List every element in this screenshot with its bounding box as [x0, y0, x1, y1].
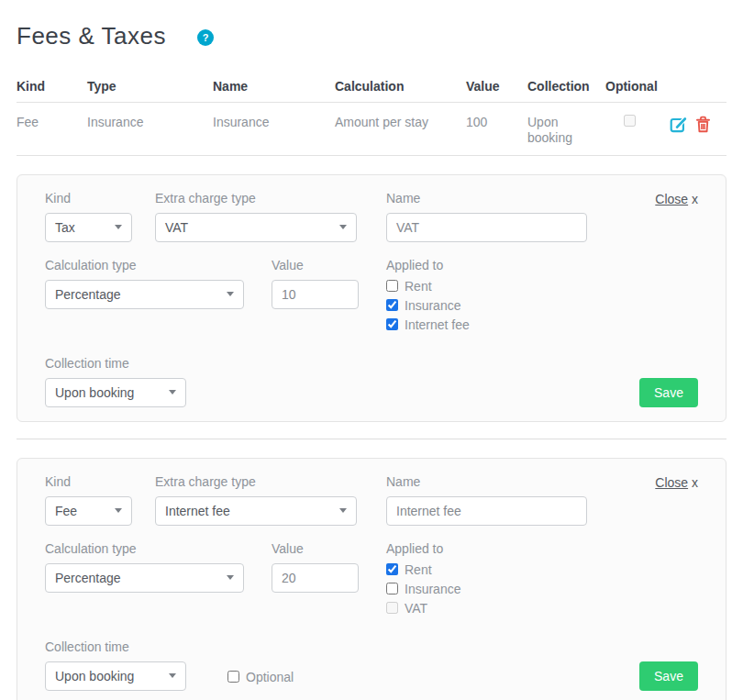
collection-time-select-value: Upon booking: [55, 385, 134, 400]
rent-checkbox-label: Rent: [405, 562, 432, 577]
help-icon[interactable]: ?: [197, 29, 214, 46]
optional-checkbox[interactable]: [227, 671, 239, 683]
save-button[interactable]: Save: [639, 378, 698, 407]
applied-to-option-rent: Rent: [386, 280, 470, 293]
panel2-row-1: Kind Fee Extra charge type Internet fee …: [45, 474, 698, 526]
chevron-down-icon: [169, 390, 176, 394]
extra-charge-type-select-value: VAT: [165, 220, 188, 235]
rent-checkbox[interactable]: [386, 563, 398, 575]
kind-label: Kind: [45, 474, 132, 489]
collection-time-select[interactable]: Upon booking: [45, 378, 186, 407]
chevron-down-icon: [227, 575, 234, 580]
insurance-checkbox-label: Insurance: [405, 582, 460, 596]
panel1-row-1: Kind Tax Extra charge type VAT Name Clos…: [45, 191, 698, 242]
panel1-row-3: Collection time Upon booking Save: [45, 356, 698, 407]
kind-label: Kind: [45, 191, 132, 206]
column-header-optional: Optional: [605, 79, 664, 95]
column-header-name: Name: [213, 79, 335, 95]
chevron-down-icon: [339, 225, 347, 229]
table-row: Fee Insurance Insurance Amount per stay …: [17, 103, 726, 156]
calculation-type-field: Calculation type Percentage: [45, 258, 244, 309]
applied-to-group: Applied to Rent Insurance VAT: [386, 541, 460, 621]
cell-value: 100: [466, 115, 527, 147]
optional-checkbox-row: Optional: [227, 671, 294, 683]
chevron-down-icon: [227, 292, 234, 296]
panel2-row-3: Collection time Upon booking Optional Sa…: [45, 639, 698, 691]
extra-charge-type-select[interactable]: VAT: [155, 213, 357, 242]
applied-to-option-rent: Rent: [386, 563, 460, 576]
column-header-actions: [664, 79, 726, 95]
fees-table: Kind Type Name Calculation Value Collect…: [17, 79, 726, 156]
insurance-checkbox[interactable]: [386, 583, 398, 594]
calculation-type-select-value: Percentage: [55, 287, 121, 302]
close-x: x: [688, 475, 698, 490]
cell-kind: Fee: [17, 115, 87, 147]
collection-time-field: Collection time Upon booking: [45, 639, 186, 691]
fee-form-panel-2: Kind Fee Extra charge type Internet fee …: [17, 458, 726, 700]
collection-time-label: Collection time: [45, 356, 186, 371]
optional-checkbox-label: Optional: [246, 670, 294, 684]
value-input[interactable]: [272, 563, 359, 593]
vat-checkbox[interactable]: [386, 602, 398, 614]
page-header: Fees & Taxes ?: [17, 22, 726, 50]
name-field: Name: [386, 474, 587, 526]
applied-to-label: Applied to: [386, 258, 470, 272]
extra-charge-type-select-value: Internet fee: [165, 504, 230, 518]
applied-to-group: Applied to Rent Insurance Internet fee: [386, 258, 470, 338]
kind-select[interactable]: Tax: [45, 213, 132, 242]
extra-charge-type-select[interactable]: Internet fee: [155, 496, 357, 526]
applied-to-option-internet-fee: Internet fee: [386, 318, 470, 331]
insurance-checkbox[interactable]: [386, 299, 398, 311]
collection-time-field: Collection time Upon booking: [45, 356, 186, 407]
collection-time-label: Collection time: [45, 639, 186, 654]
name-input[interactable]: [386, 213, 587, 242]
save-button[interactable]: Save: [639, 661, 698, 691]
chevron-down-icon: [339, 508, 347, 513]
close-link[interactable]: Close x: [655, 192, 698, 206]
applied-to-option-insurance: Insurance: [386, 583, 460, 595]
column-header-calculation: Calculation: [335, 79, 466, 95]
extra-charge-type-label: Extra charge type: [155, 191, 357, 206]
fees-taxes-page: Fees & Taxes ? Kind Type Name Calculatio…: [0, 22, 743, 700]
name-label: Name: [386, 191, 587, 206]
name-field: Name: [386, 191, 587, 242]
panel-divider: [17, 439, 726, 439]
chevron-down-icon: [169, 673, 176, 678]
delete-button[interactable]: [694, 115, 712, 134]
calculation-type-label: Calculation type: [45, 258, 244, 272]
cell-name: Insurance: [213, 115, 335, 147]
calculation-type-field: Calculation type Percentage: [45, 541, 244, 593]
row-optional-checkbox[interactable]: [624, 115, 636, 127]
close-link-text: Close: [655, 475, 688, 490]
name-input[interactable]: [386, 496, 587, 526]
column-header-collection: Collection: [527, 79, 605, 95]
cell-optional: [605, 115, 664, 147]
fee-form-panel-1: Kind Tax Extra charge type VAT Name Clos…: [17, 174, 726, 422]
cell-actions: [664, 115, 726, 147]
rent-checkbox-label: Rent: [405, 279, 432, 294]
rent-checkbox[interactable]: [386, 280, 398, 292]
edit-icon: [669, 122, 687, 136]
kind-select[interactable]: Fee: [45, 496, 132, 526]
vat-checkbox-label: VAT: [405, 601, 427, 616]
kind-select-value: Fee: [55, 504, 77, 518]
cell-collection: Upon booking: [527, 115, 593, 147]
calculation-type-select[interactable]: Percentage: [45, 563, 244, 593]
internet-fee-checkbox[interactable]: [386, 318, 398, 330]
close-link[interactable]: Close x: [655, 475, 698, 490]
value-label: Value: [272, 258, 359, 272]
edit-button[interactable]: [669, 115, 687, 133]
calculation-type-select[interactable]: Percentage: [45, 280, 244, 309]
name-label: Name: [386, 474, 587, 489]
panel1-row-2: Calculation type Percentage Value Applie…: [45, 258, 698, 338]
value-input[interactable]: [272, 280, 359, 309]
insurance-checkbox-label: Insurance: [405, 298, 460, 313]
kind-select-value: Tax: [55, 220, 75, 235]
collection-time-select[interactable]: Upon booking: [45, 661, 186, 691]
cell-type: Insurance: [87, 115, 213, 147]
calculation-type-select-value: Percentage: [55, 571, 121, 585]
chevron-down-icon: [115, 225, 122, 229]
kind-field: Kind Tax: [45, 191, 132, 242]
extra-charge-type-label: Extra charge type: [155, 474, 357, 489]
value-field: Value: [272, 541, 359, 593]
